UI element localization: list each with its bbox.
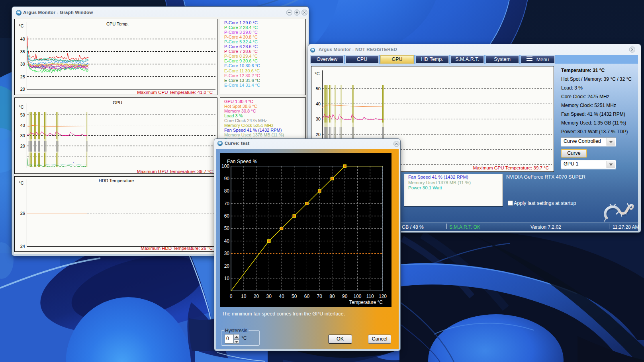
svg-text:120: 120	[379, 294, 387, 299]
svg-text:25: 25	[20, 74, 25, 79]
svg-text:80: 80	[329, 294, 335, 299]
svg-text:50: 50	[20, 113, 25, 117]
svg-text:Temperature °C: Temperature °C	[349, 300, 383, 305]
svg-text:10: 10	[224, 276, 230, 281]
svg-text:90: 90	[224, 176, 230, 181]
svg-text:50: 50	[292, 294, 297, 299]
svg-text:20: 20	[254, 294, 259, 299]
svg-text:26: 26	[20, 211, 25, 216]
svg-text:70: 70	[224, 201, 230, 206]
svg-text:30: 30	[316, 117, 321, 121]
svg-text:60: 60	[304, 294, 310, 299]
svg-text:50: 50	[224, 226, 230, 231]
svg-text:40: 40	[279, 294, 284, 299]
svg-text:30: 30	[20, 133, 25, 138]
svg-text:30: 30	[266, 294, 272, 299]
svg-text:35: 35	[20, 49, 25, 54]
svg-text:CPU Temp.: CPU Temp.	[106, 21, 129, 26]
svg-text:20: 20	[316, 132, 321, 137]
svg-text:0: 0	[230, 294, 233, 299]
svg-text:40: 40	[224, 238, 230, 244]
svg-text:°C: °C	[19, 181, 23, 185]
svg-text:Maximum HDD Temperature: 26 °C: Maximum HDD Temperature: 26 °C	[141, 246, 213, 251]
svg-text:20: 20	[224, 263, 230, 269]
svg-text:100: 100	[353, 294, 361, 299]
svg-text:20: 20	[20, 87, 25, 91]
svg-text:24: 24	[20, 244, 25, 249]
svg-text:100: 100	[221, 163, 229, 169]
svg-text:90: 90	[342, 294, 348, 299]
svg-text:10: 10	[241, 294, 247, 299]
svg-text:110: 110	[366, 294, 374, 299]
svg-text:60: 60	[224, 213, 230, 219]
svg-text:Maximum GPU Temperature: 39.7: Maximum GPU Temperature: 39.7 °C	[473, 165, 549, 170]
svg-text:°C: °C	[19, 105, 23, 109]
svg-text:Maximum CPU Temperature: 41.0: Maximum CPU Temperature: 41.0 °C	[137, 90, 213, 95]
svg-text:20: 20	[20, 144, 25, 148]
svg-text:°C: °C	[315, 71, 319, 76]
svg-text:40: 40	[20, 123, 25, 128]
svg-text:Maximum GPU Temperature: 39.7: Maximum GPU Temperature: 39.7 °C	[137, 169, 213, 174]
svg-text:30: 30	[224, 251, 230, 256]
svg-text:70: 70	[317, 294, 323, 299]
svg-text:Fan Speed %: Fan Speed %	[227, 159, 257, 164]
svg-text:40: 40	[20, 37, 25, 41]
svg-text:°C: °C	[19, 23, 23, 28]
svg-text:GPU: GPU	[113, 100, 122, 105]
svg-text:40: 40	[316, 101, 321, 106]
svg-text:50: 50	[316, 86, 321, 91]
svg-text:HDD Temperature: HDD Temperature	[99, 178, 134, 183]
svg-text:80: 80	[224, 188, 230, 194]
svg-text:30: 30	[20, 62, 25, 66]
